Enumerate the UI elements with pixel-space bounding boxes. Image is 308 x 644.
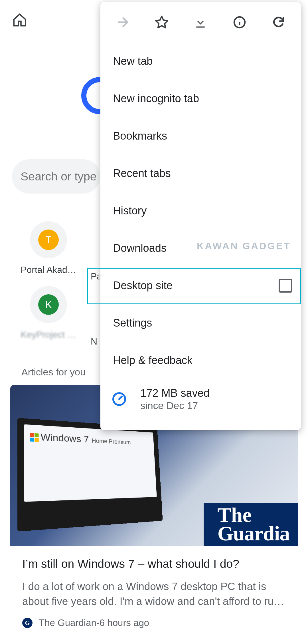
star-icon[interactable] xyxy=(149,10,174,35)
site-shortcut[interactable]: T Portal Akad… xyxy=(11,221,86,275)
refresh-icon[interactable] xyxy=(266,10,291,35)
desktop-site-checkbox[interactable] xyxy=(279,279,292,293)
overflow-menu: New tab New incognito tab Bookmarks Rece… xyxy=(100,2,301,430)
article-title: I’m still on Windows 7 – what should I d… xyxy=(22,556,286,572)
shortcut-avatar: K xyxy=(38,294,59,315)
menu-item-history[interactable]: History xyxy=(100,192,301,230)
data-saver-amount: 172 MB saved xyxy=(140,387,210,399)
publisher-badge: TheGuardia xyxy=(204,503,298,546)
forward-icon[interactable] xyxy=(110,10,135,35)
menu-item-desktop-site[interactable]: Desktop site xyxy=(100,267,301,304)
article-time: 6 hours ago xyxy=(100,617,149,628)
menu-item-incognito[interactable]: New incognito tab xyxy=(100,80,301,117)
search-placeholder: Search or type xyxy=(21,170,97,183)
section-heading: Articles for you xyxy=(21,367,86,378)
menu-icon-row xyxy=(100,2,301,43)
article-snippet: I do a lot of work on a Windows 7 deskto… xyxy=(22,579,286,609)
shortcut-label: Portal Akad… xyxy=(11,265,86,275)
shortcut-avatar: T xyxy=(38,230,59,250)
source-favicon: G xyxy=(22,618,33,628)
menu-item-downloads[interactable]: Downloads xyxy=(100,230,301,267)
menu-item-data-saver[interactable]: 172 MB saved since Dec 17 xyxy=(100,379,301,419)
shortcut-label: KeyProject … xyxy=(11,329,86,340)
site-shortcut[interactable]: K KeyProject … xyxy=(11,286,86,340)
shortcut-label-partial: N xyxy=(91,336,97,347)
data-saver-icon xyxy=(111,391,128,408)
data-saver-since: since Dec 17 xyxy=(140,400,210,411)
menu-item-help[interactable]: Help & feedback xyxy=(100,342,301,379)
download-icon[interactable] xyxy=(188,10,213,35)
menu-item-recent-tabs[interactable]: Recent tabs xyxy=(100,155,301,192)
info-icon[interactable] xyxy=(227,10,252,35)
search-input[interactable]: Search or type xyxy=(12,159,100,194)
home-icon[interactable] xyxy=(12,12,27,28)
menu-item-settings[interactable]: Settings xyxy=(100,304,301,342)
menu-item-bookmarks[interactable]: Bookmarks xyxy=(100,117,301,155)
article-source: The Guardian xyxy=(39,617,96,628)
menu-item-new-tab[interactable]: New tab xyxy=(100,43,301,80)
article-meta: G The Guardian - 6 hours ago xyxy=(22,617,286,628)
